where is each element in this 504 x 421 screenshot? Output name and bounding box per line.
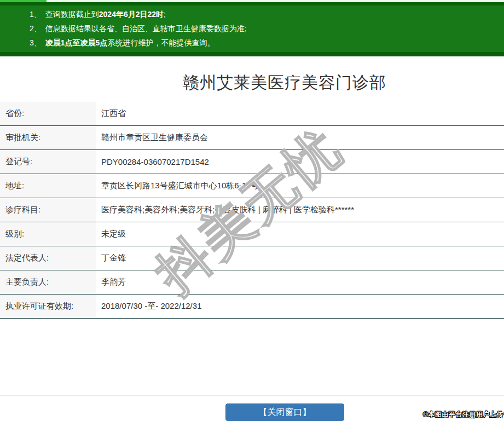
notice-number: 3、 [30,38,42,47]
row-label: 诊疗科目: [0,198,96,222]
row-value: 江西省 [96,102,126,125]
header-dark-strip-bottom [0,52,504,56]
row-value: 李韵芳 [96,270,126,294]
notice-number: 1、 [30,10,42,19]
row-value: 丁金锋 [96,246,126,270]
row-value: PDY00284-036070217D1542 [96,150,209,174]
row-label: 执业许可证有效期: [0,295,96,318]
notice-text: 查询数据截止到 [45,10,99,19]
table-row-principal: 主要负责人: 李韵芳 [0,270,504,295]
table-row-legal-representative: 法定代表人: 丁金锋 [0,246,504,270]
row-value: 医疗美容科;美容外科;美容牙科;美容皮肤科 | 麻醉科 | 医学检验科*****… [96,198,354,222]
row-label: 法定代表人: [0,246,96,270]
row-value: 未定级 [96,222,126,246]
copyright-note: ©本图由平台注册用户上传 [423,410,503,419]
notice-number: 2、 [30,24,42,33]
table-row-treatment-subjects: 诊疗科目: 医疗美容科;美容外科;美容牙科;美容皮肤科 | 麻醉科 | 医学检验… [0,198,504,222]
notice-text-bold: 凌晨1点至凌晨5点 [45,38,108,47]
page-title: 赣州艾莱美医疗美容门诊部 [65,72,504,94]
row-value: 章贡区长冈路13号盛汇城市中心10栋6-11号 [96,174,258,198]
table-row-license-validity: 执业许可证有效期: 2018/07/30 -至- 2022/12/31 [0,295,504,319]
row-label: 主要负责人: [0,270,96,294]
row-value: 2018/07/30 -至- 2022/12/31 [96,295,201,318]
notice-text-bold: 2024年6月2日22时 [99,10,164,19]
table-row-province: 省份: 江西省 [0,102,504,126]
footer-divider [0,395,504,396]
row-label: 审批机关: [0,126,96,149]
header-top-bar [0,0,504,2]
query-result-page: 1、查询数据截止到2024年6月2日22时; 2、信息数据结果以各省、自治区、直… [0,0,504,421]
row-label: 级别: [0,222,96,246]
table-row-approval-authority: 审批机关: 赣州市章贡区卫生健康委员会 [0,126,504,150]
close-window-button[interactable]: 【关闭窗口】 [225,403,344,421]
table-row-address: 地址: 章贡区长冈路13号盛汇城市中心10栋6-11号 [0,174,504,198]
notice-line-1: 1、查询数据截止到2024年6月2日22时; [30,7,496,21]
header-top-bar-segment [0,0,47,2]
record-table: 省份: 江西省 审批机关: 赣州市章贡区卫生健康委员会 登记号: PDY0028… [0,102,504,319]
notice-text: 信息数据结果以各省、自治区、直辖市卫生健康委数据为准; [45,24,247,33]
row-value: 赣州市章贡区卫生健康委员会 [96,126,208,149]
row-label: 登记号: [0,150,96,174]
row-label: 省份: [0,102,96,125]
row-label: 地址: [0,174,96,198]
notice-line-3: 3、凌晨1点至凌晨5点系统进行维护，不能提供查询。 [30,36,496,50]
notice-text: 系统进行维护，不能提供查询。 [107,38,215,47]
table-row-level: 级别: 未定级 [0,222,504,246]
notice-text: ; [164,10,166,19]
notice-banner: 1、查询数据截止到2024年6月2日22时; 2、信息数据结果以各省、自治区、直… [0,5,504,52]
notice-line-2: 2、信息数据结果以各省、自治区、直辖市卫生健康委数据为准; [30,21,496,36]
table-row-registration-number: 登记号: PDY00284-036070217D1542 [0,150,504,174]
